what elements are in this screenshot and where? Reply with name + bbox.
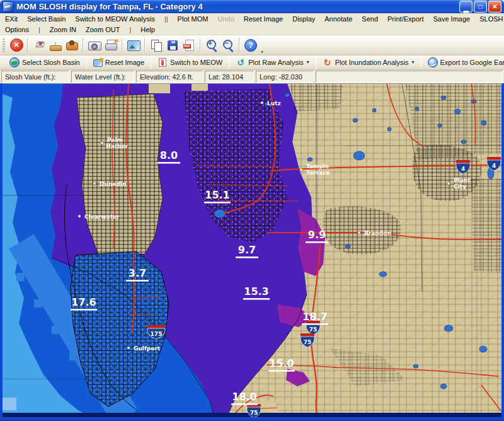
exit-icon[interactable]: ✕ xyxy=(9,38,24,53)
select-slosh-basin-button[interactable]: Select Slosh Basin xyxy=(5,55,84,69)
status-slosh-value: Slosh Value (ft.): xyxy=(1,71,69,83)
map-canvas[interactable]: 4 4 75 75 75 175 Palm xyxy=(3,84,501,417)
light-shoal-patch xyxy=(3,398,16,410)
status-latitude: Lat: 28.104 xyxy=(205,71,254,83)
menu-print-export[interactable]: Print/Export xyxy=(387,15,423,23)
toolbar-separator xyxy=(27,38,28,52)
svg-text:Terrace: Terrace xyxy=(306,170,329,176)
stamp-icon[interactable] xyxy=(64,38,79,53)
close-button[interactable]: ✕ xyxy=(488,1,501,13)
menu-bar-row2: Options | Zoom IN Zoom OUT | Help xyxy=(0,25,504,35)
print-icon[interactable]: ✱ xyxy=(103,38,118,53)
reset-image-button[interactable]: Reset Image xyxy=(89,55,149,69)
menu-zoom-out[interactable]: Zoom OUT xyxy=(86,26,120,33)
svg-text:City: City xyxy=(454,183,466,190)
city-dot xyxy=(78,215,81,217)
envelope-glyph: ✉ xyxy=(35,38,43,52)
pinellas-urban-grid xyxy=(77,94,163,254)
menu-switch-to-meow-analysis[interactable]: Switch to MEOW Analysis xyxy=(75,15,155,23)
menu-bar-row1: EXit Select Basin Switch to MEOW Analysi… xyxy=(0,13,504,24)
surge-value: 18.7 xyxy=(302,311,327,323)
toolbar-grip[interactable] xyxy=(3,38,5,52)
swirl-icon: ↺ xyxy=(236,57,246,67)
city-dot xyxy=(300,168,302,171)
plant-city-urban-grid xyxy=(412,145,481,201)
menu-separator: | xyxy=(38,26,40,33)
surge-value: 3.7 xyxy=(129,267,146,279)
city-dot xyxy=(101,142,103,144)
help-icon[interactable]: ? xyxy=(243,38,258,53)
svg-text:75: 75 xyxy=(304,339,312,345)
menu-save-image[interactable]: Save Image xyxy=(433,15,470,23)
menu-separator: || xyxy=(164,15,168,23)
plot-raw-analysis-button[interactable]: ↺ Plot Raw Analysis ▾ xyxy=(231,55,313,69)
menu-send[interactable]: Send xyxy=(362,15,378,23)
svg-text:4: 4 xyxy=(461,166,465,172)
button-label: Select Slosh Basin xyxy=(22,59,80,66)
minimize-button[interactable]: ▂ xyxy=(459,1,472,13)
menu-reset-image[interactable]: Reset Image xyxy=(244,15,283,23)
toolbar-separator xyxy=(200,38,201,52)
zoom-in-icon[interactable]: + xyxy=(204,38,219,53)
toolbar-separator xyxy=(144,38,146,52)
toolbar-separator xyxy=(86,55,87,69)
pdf-glyph: PDF xyxy=(183,44,191,49)
surge-value: 15.1 xyxy=(205,189,229,201)
chevron-down-icon: ▾ xyxy=(307,59,309,65)
pdf-export-icon[interactable]: PDF xyxy=(181,38,197,53)
button-label: Switch to MEOW xyxy=(170,59,222,66)
svg-text:Temple: Temple xyxy=(306,163,329,170)
menu-display[interactable]: Display xyxy=(292,15,315,23)
surge-value: 9.9 xyxy=(308,229,326,241)
svg-text:175: 175 xyxy=(151,331,163,337)
menu-slosh-report[interactable]: SLOSH Report (MOM) xyxy=(479,15,504,23)
urban-grid-east-edge xyxy=(471,178,501,273)
status-elevation: Elevation: 42.6 ft. xyxy=(136,71,203,83)
toolbar-separator xyxy=(83,38,84,52)
meow-icon xyxy=(159,58,166,67)
menu-zoom-in[interactable]: Zoom IN xyxy=(50,26,76,33)
copy-icon[interactable] xyxy=(149,38,164,53)
toolbar-separator xyxy=(239,38,240,52)
save-icon[interactable] xyxy=(165,38,180,53)
status-bar: Slosh Value (ft.): Water Level (ft.): El… xyxy=(0,70,504,83)
menu-options[interactable]: Options xyxy=(5,26,29,33)
window-title: MOM SLOSH display for Tampa, FL - Catego… xyxy=(16,2,456,11)
menu-plot-mom[interactable]: Plot MOM xyxy=(178,15,209,23)
mail-icon[interactable]: ✉ xyxy=(32,38,47,53)
picture-icon xyxy=(93,59,103,67)
menu-exit[interactable]: EXit xyxy=(5,15,18,23)
menu-select-basin[interactable]: Select Basin xyxy=(27,15,66,23)
maximize-button[interactable]: □ xyxy=(474,1,487,13)
button-label: Reset Image xyxy=(105,59,144,66)
plot-inundation-analysis-button[interactable]: ↻ Plot Inundation Analysis ▾ xyxy=(318,55,419,69)
zoom-out-icon[interactable]: − xyxy=(220,38,236,53)
status-water-level: Water Level (ft.): xyxy=(71,71,134,83)
button-label: Export to Google Earth xyxy=(440,59,504,66)
menu-help[interactable]: Help xyxy=(140,26,155,33)
city-dot xyxy=(447,182,450,185)
toolbar-separator xyxy=(229,55,229,69)
title-bar[interactable]: MOM SLOSH display for Tampa, FL - Catego… xyxy=(0,0,504,13)
surge-value: 15.3 xyxy=(244,285,268,297)
surge-value: 18.0 xyxy=(232,391,256,403)
chevron-down-icon: ▾ xyxy=(411,59,414,65)
toolbar-separator xyxy=(122,38,123,52)
toolbar-separator xyxy=(421,55,421,69)
image-view-icon[interactable] xyxy=(126,38,141,53)
toolbar-overflow-icon[interactable]: ▾ xyxy=(261,49,263,55)
city-dot xyxy=(93,182,96,185)
svg-text:75: 75 xyxy=(250,410,258,416)
export-to-google-earth-button[interactable]: Export to Google Earth ▾ xyxy=(423,55,504,69)
menu-undo: Undo xyxy=(218,15,234,23)
menu-annotate[interactable]: Annotate xyxy=(324,15,352,23)
city-dot xyxy=(127,347,130,349)
inbox-save-icon[interactable]: ↓ xyxy=(48,38,63,53)
land-patch xyxy=(149,84,170,93)
toolbar-separator xyxy=(151,55,151,69)
svg-text:Brandon: Brandon xyxy=(364,230,391,236)
camera-icon[interactable] xyxy=(87,38,102,53)
window-bottom-border xyxy=(0,417,504,421)
close-icon: ✕ xyxy=(492,3,497,10)
switch-to-meow-button[interactable]: Switch to MEOW xyxy=(153,55,227,69)
